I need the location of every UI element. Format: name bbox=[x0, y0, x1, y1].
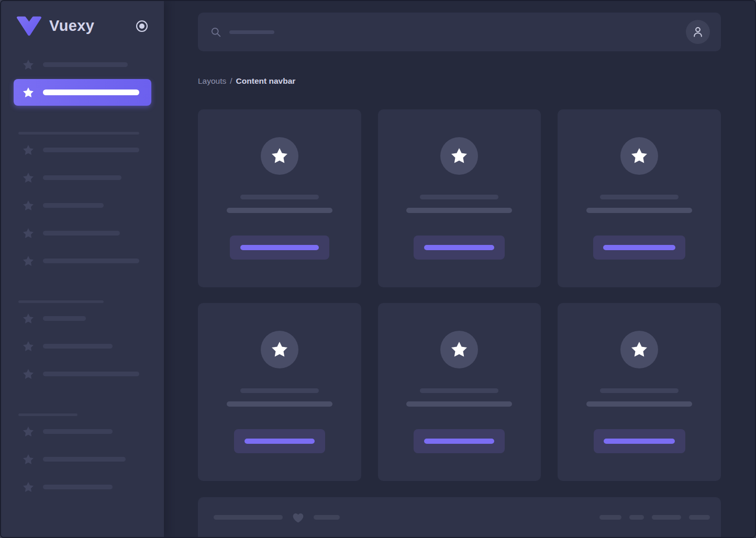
app-window: Vuexy bbox=[0, 0, 756, 538]
sidebar-menu-item[interactable] bbox=[1, 164, 164, 192]
star-icon bbox=[630, 340, 649, 359]
star-icon bbox=[22, 255, 35, 267]
footer-link-placeholder bbox=[629, 515, 644, 520]
search-placeholder-bar bbox=[229, 30, 274, 34]
card-star-badge bbox=[261, 331, 298, 368]
sidebar-menu-item[interactable] bbox=[1, 473, 164, 501]
user-avatar-button[interactable] bbox=[686, 20, 710, 44]
sidebar-menu-item[interactable] bbox=[1, 360, 164, 388]
card-subtitle-placeholder bbox=[406, 208, 512, 213]
footer-text-placeholder bbox=[214, 515, 283, 520]
menu-item-label-placeholder bbox=[43, 89, 139, 95]
sidebar-menu-item[interactable] bbox=[1, 51, 164, 79]
sidebar-menu bbox=[1, 51, 164, 501]
top-navbar bbox=[198, 13, 721, 51]
breadcrumb-separator: / bbox=[230, 76, 232, 86]
sidebar-menu-item[interactable] bbox=[1, 445, 164, 473]
menu-item-label-placeholder bbox=[43, 485, 113, 489]
vuexy-logo-icon bbox=[17, 16, 41, 36]
demo-card bbox=[198, 303, 361, 481]
card-title-placeholder bbox=[420, 388, 498, 393]
sidebar: Vuexy bbox=[1, 1, 164, 537]
heart-icon bbox=[292, 511, 305, 524]
card-button[interactable] bbox=[230, 236, 329, 260]
menu-section-placeholder bbox=[18, 300, 104, 303]
brand-title: Vuexy bbox=[49, 17, 135, 35]
star-icon bbox=[22, 59, 35, 71]
star-icon bbox=[450, 147, 469, 165]
card-title-placeholder bbox=[600, 388, 679, 393]
star-icon bbox=[22, 453, 35, 466]
star-icon bbox=[22, 144, 35, 156]
footer-links bbox=[599, 515, 710, 520]
card-button-label-placeholder bbox=[603, 245, 675, 250]
footer bbox=[198, 497, 721, 537]
star-icon bbox=[22, 86, 35, 99]
star-icon bbox=[270, 340, 289, 359]
footer-link-placeholder bbox=[689, 515, 710, 520]
card-star-badge bbox=[261, 137, 298, 175]
star-icon bbox=[22, 227, 35, 240]
sidebar-menu-item[interactable] bbox=[1, 332, 164, 360]
sidebar-menu-item[interactable] bbox=[1, 192, 164, 219]
card-button-label-placeholder bbox=[244, 439, 315, 444]
sidebar-menu-item[interactable] bbox=[1, 305, 164, 332]
menu-item-label-placeholder bbox=[43, 175, 121, 180]
sidebar-menu-item-active[interactable] bbox=[1, 79, 164, 106]
card-subtitle-placeholder bbox=[227, 208, 332, 213]
brand: Vuexy bbox=[1, 1, 164, 51]
card-star-badge bbox=[440, 331, 478, 368]
card-button-label-placeholder bbox=[424, 245, 494, 250]
demo-card bbox=[558, 303, 721, 481]
demo-card bbox=[378, 109, 541, 287]
card-title-placeholder bbox=[240, 195, 319, 199]
card-button-label-placeholder bbox=[240, 245, 319, 250]
sidebar-menu-item[interactable] bbox=[1, 136, 164, 164]
star-icon bbox=[22, 425, 35, 438]
star-icon bbox=[22, 340, 35, 353]
cards-grid bbox=[198, 109, 721, 481]
card-subtitle-placeholder bbox=[406, 401, 512, 407]
card-star-badge bbox=[620, 137, 658, 175]
menu-item-label-placeholder bbox=[43, 203, 104, 208]
record-circle-icon[interactable] bbox=[135, 19, 149, 33]
search-bar[interactable] bbox=[210, 27, 686, 38]
sidebar-menu-item[interactable] bbox=[1, 219, 164, 247]
main-content: Layouts / Content navbar bbox=[164, 1, 755, 537]
card-button[interactable] bbox=[234, 429, 325, 453]
star-icon bbox=[450, 340, 469, 359]
card-subtitle-placeholder bbox=[586, 208, 692, 213]
search-icon bbox=[210, 27, 221, 38]
menu-section-placeholder bbox=[18, 132, 139, 134]
sidebar-menu-item[interactable] bbox=[1, 247, 164, 275]
footer-link-placeholder bbox=[652, 515, 681, 520]
user-icon bbox=[692, 26, 704, 38]
active-item-pill bbox=[14, 79, 151, 106]
footer-text-placeholder bbox=[314, 515, 340, 520]
card-button[interactable] bbox=[594, 429, 685, 453]
card-button[interactable] bbox=[414, 236, 505, 260]
card-title-placeholder bbox=[240, 388, 319, 393]
sidebar-menu-item[interactable] bbox=[1, 418, 164, 445]
star-icon bbox=[22, 481, 35, 494]
card-button-label-placeholder bbox=[424, 439, 494, 444]
menu-item-label-placeholder bbox=[43, 316, 86, 321]
card-button[interactable] bbox=[593, 236, 685, 260]
card-subtitle-placeholder bbox=[227, 401, 332, 407]
card-button-label-placeholder bbox=[604, 439, 675, 444]
menu-section-placeholder bbox=[18, 413, 77, 416]
star-icon bbox=[270, 147, 289, 165]
star-icon bbox=[22, 368, 35, 380]
star-icon bbox=[22, 199, 35, 212]
star-icon bbox=[22, 172, 35, 184]
menu-item-label-placeholder bbox=[43, 231, 120, 236]
card-subtitle-placeholder bbox=[586, 401, 692, 407]
card-star-badge bbox=[440, 137, 478, 175]
card-title-placeholder bbox=[600, 195, 679, 199]
card-button[interactable] bbox=[414, 429, 505, 453]
breadcrumb-parent-link[interactable]: Layouts bbox=[198, 76, 226, 86]
menu-item-label-placeholder bbox=[43, 259, 139, 263]
footer-link-placeholder bbox=[599, 515, 621, 520]
breadcrumb: Layouts / Content navbar bbox=[198, 75, 721, 87]
menu-item-label-placeholder bbox=[43, 148, 139, 152]
